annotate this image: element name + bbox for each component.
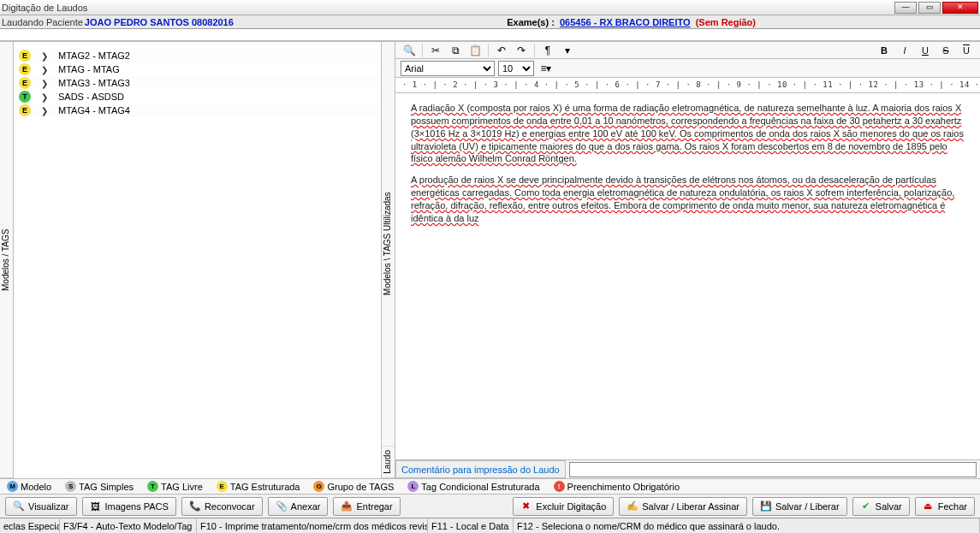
comment-label: Comentário para impressão do Laudo (395, 460, 566, 478)
status-cell-5: F12 - Seleciona o nome/CRM do médico que… (514, 518, 980, 533)
exam-no-region: (Sem Região) (696, 17, 756, 27)
editor-body[interactable]: A radiação X (composta por raios X) é um… (395, 93, 980, 459)
fechar-button[interactable]: ⏏Fechar (915, 497, 975, 516)
tag-row[interactable]: T ❯ SADS - ASDSD (15, 90, 379, 104)
tag-badge-icon: E (19, 50, 31, 62)
paste-icon[interactable]: 📋 (466, 43, 484, 58)
door-icon: ⏏ (923, 500, 934, 512)
cut-icon[interactable]: ✂ (427, 43, 444, 58)
legend-tag-livre: TTAG Livre (147, 481, 203, 492)
format-group: B I U S U (876, 43, 975, 58)
window-title: Digitação de Laudos (2, 3, 87, 13)
underline-icon[interactable]: U (917, 43, 934, 58)
legend-tag-condicional: LTag Condicional Estruturada (407, 481, 539, 492)
mid-vertical-tabs: Modelos \ TAGS Ultilizadas Laudo (382, 42, 395, 478)
legend-row: MModelo STAG Simples TTAG Livre ETAG Est… (0, 478, 980, 494)
find-icon[interactable]: 🔍 (401, 43, 418, 58)
tag-row[interactable]: E ❯ MTAG4 - MTAG4 (15, 104, 379, 117)
comment-input[interactable] (569, 462, 977, 477)
ruler-marks: · 1 · | · 2 · | · 3 · | · 4 · | · 5 · | … (402, 80, 980, 89)
phone-icon: 📞 (189, 500, 200, 512)
tags-panel: E ❯ MTAG2 - MTAG2 E ❯ MTAG - MTAG E ❯ MT… (14, 42, 382, 478)
patient-name: JOAO PEDRO SANTOS 08082016 (85, 17, 234, 27)
tag-badge-icon: E (19, 63, 31, 75)
exam-label: Exame(s) : (507, 17, 555, 27)
exam-link[interactable]: 065456 - RX BRACO DIREITO (560, 17, 691, 27)
tag-label: MTAG4 - MTAG4 (58, 105, 130, 115)
salvar-liberar-assinar-button[interactable]: ✍Salvar / Liberar Assinar (619, 497, 747, 516)
entregar-button[interactable]: 📤Entregar (333, 497, 400, 516)
tag-row[interactable]: E ❯ MTAG2 - MTAG2 (15, 49, 379, 62)
tags-list: E ❯ MTAG2 - MTAG2 E ❯ MTAG - MTAG E ❯ MT… (14, 42, 381, 124)
line-spacing-icon[interactable]: ≡▾ (538, 61, 555, 76)
tag-row[interactable]: E ❯ MTAG3 - MTAG3 (15, 76, 379, 90)
tag-label: SADS - ASDSD (58, 92, 124, 102)
legend-obrigatorio: !Preenchimento Obrigatório (554, 481, 680, 492)
status-cell-2: F3/F4 - Auto-Texto Modelo/Tag (60, 518, 197, 533)
status-cell-3: F10 - Imprime tratamento/nome/crm dos mé… (197, 518, 428, 533)
font-size-select[interactable]: 10 (498, 61, 534, 76)
sign-icon: ✍ (627, 500, 638, 512)
disk-icon: 💾 (760, 500, 771, 512)
tab-modelos-tags[interactable]: Modelos / TAGS (0, 42, 13, 478)
legend-tag-estruturada: ETAG Estruturada (217, 481, 300, 492)
tab-laudo[interactable]: Laudo (382, 447, 395, 478)
tag-badge-icon: E (19, 77, 31, 89)
chevron-right-icon: ❯ (39, 92, 50, 102)
window-title-bar: Digitação de Laudos — ▭ ✕ (0, 0, 980, 15)
tag-row[interactable]: E ❯ MTAG - MTAG (15, 62, 379, 76)
font-family-select[interactable]: Arial (401, 61, 495, 76)
check-icon: ✔ (860, 500, 871, 512)
legend-modelo: MModelo (7, 481, 51, 492)
imagens-pacs-button[interactable]: 🖼Imagens PACS (82, 497, 176, 516)
copy-icon[interactable]: ⧉ (447, 43, 464, 58)
editor-toolbar-2: Arial 10 ≡▾ (395, 59, 980, 78)
tag-label: MTAG - MTAG (58, 64, 120, 74)
legend-tag-simples: STAG Simples (65, 481, 134, 492)
magnifier-icon: 🔍 (13, 500, 24, 512)
tag-label: MTAG3 - MTAG3 (58, 78, 130, 88)
tag-badge-icon: T (19, 91, 31, 103)
paragraph-1: A radiação X (composta por raios X) é um… (411, 102, 965, 165)
undo-icon[interactable]: ↶ (493, 43, 510, 58)
salvar-liberar-button[interactable]: 💾Salvar / Liberar (752, 497, 847, 516)
strike-icon[interactable]: S (937, 43, 954, 58)
chevron-right-icon: ❯ (39, 106, 50, 115)
main-content: Modelos / TAGS E ❯ MTAG2 - MTAG2 E ❯ MTA… (0, 41, 980, 478)
anexar-button[interactable]: 📎Anexar (268, 497, 329, 516)
comment-row: Comentário para impressão do Laudo (395, 459, 980, 478)
action-button-bar: 🔍Visualizar 🖼Imagens PACS 📞Reconvocar 📎A… (0, 494, 980, 518)
caret-icon[interactable]: ▾ (559, 43, 576, 58)
salvar-button[interactable]: ✔Salvar (852, 497, 910, 516)
close-button[interactable]: ✕ (942, 2, 978, 14)
italic-icon[interactable]: I (896, 43, 913, 58)
editor-panel: 🔍 ✂ ⧉ 📋 ↶ ↷ ¶ ▾ B I U S U Arial (395, 42, 980, 478)
patient-label: Laudando Paciente (2, 17, 83, 27)
minimize-button[interactable]: — (894, 2, 917, 14)
patient-info-bar: Laudando Paciente JOAO PEDRO SANTOS 0808… (0, 15, 980, 29)
horizontal-ruler[interactable]: · 1 · | · 2 · | · 3 · | · 4 · | · 5 · | … (395, 78, 980, 93)
overline-icon[interactable]: U (958, 43, 975, 58)
image-icon: 🖼 (90, 501, 101, 512)
status-cell-1: eclas Especiais (0, 518, 60, 533)
chevron-right-icon: ❯ (39, 79, 50, 88)
redo-icon[interactable]: ↷ (513, 43, 530, 58)
delete-icon: ✖ (520, 500, 532, 512)
tab-modelos-tags-utilizadas[interactable]: Modelos \ TAGS Ultilizadas (382, 42, 395, 447)
excluir-digitacao-button[interactable]: ✖Excluir Digitação (513, 497, 614, 516)
deliver-icon: 📤 (341, 500, 352, 512)
bold-icon[interactable]: B (876, 43, 893, 58)
visualizar-button[interactable]: 🔍Visualizar (5, 497, 77, 516)
editor-toolbar-1: 🔍 ✂ ⧉ 📋 ↶ ↷ ¶ ▾ B I U S U (395, 42, 980, 59)
pilcrow-icon[interactable]: ¶ (539, 43, 556, 58)
legend-grupo-tags: GGrupo de TAGS (313, 481, 394, 492)
status-cell-4: F11 - Local e Data (428, 518, 514, 533)
reconvocar-button[interactable]: 📞Reconvocar (181, 497, 263, 516)
tag-badge-icon: E (19, 104, 31, 116)
attach-icon: 📎 (276, 500, 287, 512)
maximize-button[interactable]: ▭ (918, 2, 941, 14)
exam-info: Exame(s) : 065456 - RX BRACO DIREITO (Se… (507, 17, 756, 27)
chevron-right-icon: ❯ (39, 51, 50, 61)
top-spacer (0, 29, 980, 41)
tag-label: MTAG2 - MTAG2 (58, 50, 130, 61)
